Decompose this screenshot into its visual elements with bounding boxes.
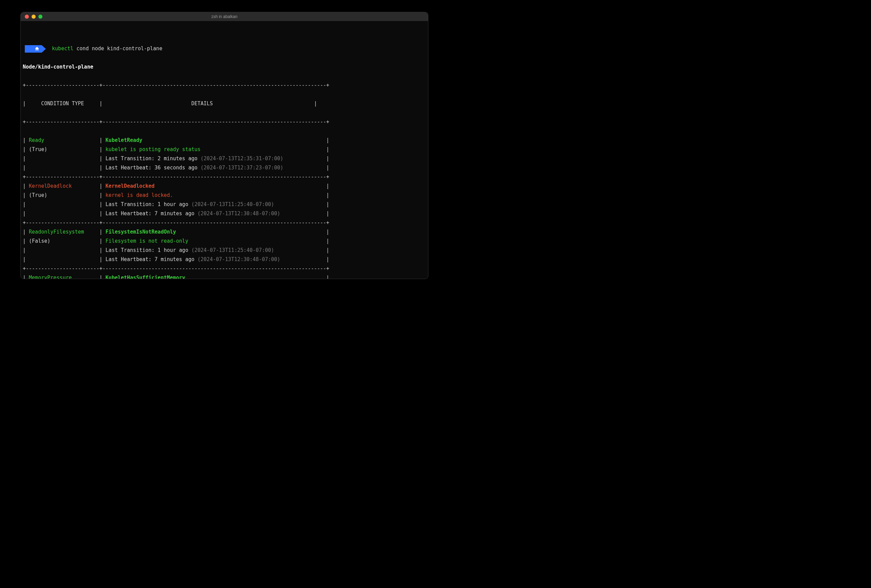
condition-status: (True) bbox=[29, 192, 47, 198]
condition-message: kernel is dead locked. bbox=[106, 192, 173, 198]
window-title: zsh in abalkan bbox=[21, 14, 428, 19]
table-row: | | Last Transition: 2 minutes ago (2024… bbox=[21, 154, 428, 163]
table-border: +------------------------+--------------… bbox=[21, 117, 428, 127]
last-heartbeat-ts: (2024-07-13T12:30:48-07:00) bbox=[198, 256, 280, 262]
command-args: cond node kind-control-plane bbox=[76, 45, 162, 52]
condition-status: (True) bbox=[29, 146, 47, 153]
col-condition-type: CONDITION TYPE bbox=[41, 100, 84, 106]
table-row: | | Last Transition: 1 hour ago (2024-07… bbox=[21, 246, 428, 255]
table-row: | KernelDeadlock | KernelDeadlocked | bbox=[21, 182, 428, 191]
condition-name: MemoryPressure bbox=[29, 275, 72, 279]
titlebar: zsh in abalkan bbox=[21, 12, 428, 21]
condition-reason: FilesystemIsNotReadOnly bbox=[106, 229, 176, 235]
condition-name: ReadonlyFilesystem bbox=[29, 229, 84, 235]
condition-reason: KubeletReady bbox=[106, 137, 142, 143]
last-transition: Last Transition: 1 hour ago bbox=[106, 247, 192, 253]
table-row: | MemoryPressure | KubeletHasSufficientM… bbox=[21, 273, 428, 279]
terminal-body[interactable]: kubectl cond node kind-control-plane Nod… bbox=[21, 21, 428, 279]
last-heartbeat-ts: (2024-07-13T12:37:23-07:00) bbox=[201, 165, 283, 171]
last-heartbeat-ts: (2024-07-13T12:30:48-07:00) bbox=[198, 211, 280, 217]
prompt-line: kubectl cond node kind-control-plane bbox=[21, 44, 428, 53]
table-border: +------------------------+--------------… bbox=[21, 218, 428, 227]
table-row: | | Last Heartbeat: 7 minutes ago (2024-… bbox=[21, 255, 428, 264]
condition-message: kubelet is posting ready status bbox=[106, 146, 201, 153]
last-transition: Last Transition: 1 hour ago bbox=[106, 201, 192, 207]
terminal-window: zsh in abalkan kubectl cond node kind-co… bbox=[20, 12, 428, 279]
table-row: | | Last Heartbeat: 7 minutes ago (2024-… bbox=[21, 209, 428, 218]
condition-name: KernelDeadlock bbox=[29, 183, 72, 189]
home-icon bbox=[34, 46, 40, 52]
command-name: kubectl bbox=[52, 45, 73, 52]
condition-status: (False) bbox=[29, 238, 50, 244]
table-row: | | Last Heartbeat: 36 seconds ago (2024… bbox=[21, 163, 428, 172]
table-row: | | Last Transition: 1 hour ago (2024-07… bbox=[21, 200, 428, 209]
last-heartbeat: Last Heartbeat: 7 minutes ago bbox=[106, 211, 198, 217]
condition-message: Filesystem is not read-only bbox=[106, 238, 189, 244]
col-details: DETAILS bbox=[192, 100, 213, 106]
table-row: | ReadonlyFilesystem | FilesystemIsNotRe… bbox=[21, 227, 428, 236]
last-heartbeat: Last Heartbeat: 7 minutes ago bbox=[106, 256, 198, 262]
table-border: +------------------------+--------------… bbox=[21, 81, 428, 90]
table-row: | (False) | Filesystem is not read-only … bbox=[21, 236, 428, 246]
condition-reason: KernelDeadlocked bbox=[106, 183, 155, 189]
resource-header: Node/kind-control-plane bbox=[21, 63, 428, 72]
last-transition: Last Transition: 2 minutes ago bbox=[106, 156, 201, 162]
last-transition-ts: (2024-07-13T11:25:40-07:00) bbox=[192, 247, 274, 253]
table-row: | Ready | KubeletReady | bbox=[21, 136, 428, 145]
condition-reason: KubeletHasSufficientMemory bbox=[106, 275, 186, 279]
last-transition-ts: (2024-07-13T12:35:31-07:00) bbox=[201, 156, 283, 162]
table-border: +------------------------+--------------… bbox=[21, 264, 428, 273]
last-transition-ts: (2024-07-13T11:25:40-07:00) bbox=[192, 201, 274, 207]
last-heartbeat: Last Heartbeat: 36 seconds ago bbox=[106, 165, 201, 171]
table-row: | (True) | kubelet is posting ready stat… bbox=[21, 145, 428, 154]
table-row: | (True) | kernel is dead locked. | bbox=[21, 191, 428, 200]
table-header: | CONDITION TYPE | DETAILS | bbox=[21, 99, 428, 108]
condition-name: Ready bbox=[29, 137, 44, 143]
prompt-badge bbox=[25, 45, 46, 52]
table-border: +------------------------+--------------… bbox=[21, 172, 428, 182]
